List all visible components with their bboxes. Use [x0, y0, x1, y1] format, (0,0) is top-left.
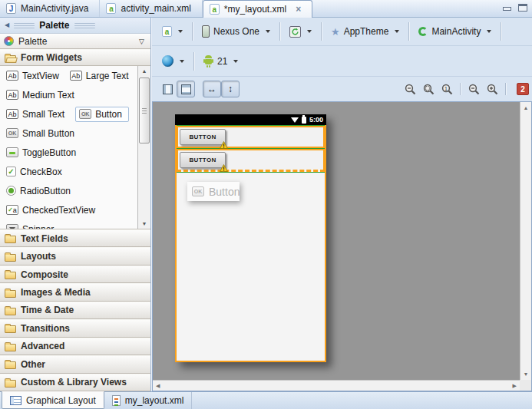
category-layouts[interactable]: Layouts: [0, 247, 150, 265]
layout-guide-line: [177, 172, 325, 173]
zoom-out-icon[interactable]: [467, 82, 481, 96]
palette-item-radiobutton[interactable]: RadioButton: [6, 186, 71, 196]
xml-document-icon: [112, 395, 121, 406]
palette-item-large-text[interactable]: Ab Large Text: [70, 71, 129, 81]
tab-mainactivity-java[interactable]: J MainActivity.java: [0, 0, 100, 17]
palette-collapsed-tab[interactable]: ◀ Palette: [0, 18, 150, 33]
tab-activity-main-xml[interactable]: a activity_main.xml: [100, 0, 202, 17]
show-rows-toggle[interactable]: [177, 81, 195, 97]
device-preview[interactable]: 5:00 BUTTON: [175, 114, 326, 362]
palette-view-title: Palette: [18, 36, 134, 47]
palette-item-checkbox[interactable]: ✓ CheckBox: [6, 167, 62, 177]
chevron-down-icon[interactable]: ▽: [139, 38, 144, 45]
config-chooser-button[interactable]: a: [158, 25, 187, 38]
toolbar-separator: [501, 22, 501, 41]
scrollbar-thumb[interactable]: [139, 78, 150, 143]
maximize-icon[interactable]: [518, 4, 527, 12]
palette-icon: [4, 36, 14, 46]
dropdown-caret-icon: [395, 30, 399, 33]
tab-my-layout-xml[interactable]: a *my_layout.xml ×: [203, 0, 312, 18]
close-icon[interactable]: ×: [296, 5, 301, 14]
canvas-vertical-scrollbar[interactable]: ▲ ▼: [520, 102, 531, 380]
category-label: Other: [21, 359, 45, 370]
theme-label: AppTheme: [344, 26, 389, 37]
palette-row: Ab TextView Ab Large Text: [0, 66, 137, 85]
canvas-area: 5:00 BUTTON: [152, 101, 532, 391]
expand-vertical-toggle[interactable]: ↕: [221, 81, 240, 97]
show-columns-toggle[interactable]: [158, 81, 177, 97]
globe-icon: [162, 55, 173, 67]
category-custom-library-views[interactable]: Custom & Library Views: [0, 374, 150, 391]
palette-view-header[interactable]: Palette ▽: [0, 33, 150, 49]
palette-item-checkedtextview[interactable]: ✓a CheckedTextView: [6, 205, 95, 216]
scroll-down-icon[interactable]: ▼: [138, 221, 150, 226]
folder-icon: [5, 272, 16, 279]
expand-horizontal-toggle[interactable]: ↔: [203, 81, 221, 97]
category-advanced[interactable]: Advanced: [0, 338, 150, 355]
api-level-selector-button[interactable]: 21: [200, 54, 242, 69]
tab-label: activity_main.xml: [121, 3, 190, 14]
layout-row-2[interactable]: BUTTON: [177, 149, 325, 170]
scroll-right-icon[interactable]: ▶: [513, 383, 517, 388]
v-expand-icon: ↕: [228, 84, 233, 94]
h-expand-icon: ↔: [207, 84, 216, 94]
zoom-100-icon[interactable]: 1: [440, 82, 454, 96]
checkbox-icon: ✓: [6, 167, 16, 176]
android-status-bar: 5:00: [175, 114, 326, 125]
android-icon-letter: a: [213, 5, 217, 14]
palette-row: Ab Medium Text: [0, 85, 137, 104]
activity-selector-button[interactable]: MainActivity: [415, 25, 495, 38]
button-icon: OK: [192, 186, 204, 196]
layout-row-1[interactable]: BUTTON: [177, 126, 325, 148]
canvas-horizontal-scrollbar[interactable]: ◀ ▶: [153, 380, 520, 391]
scroll-down-icon[interactable]: ▼: [520, 371, 531, 377]
grip-handle: [74, 23, 95, 28]
folder-icon: [5, 236, 16, 243]
palette-item-small-button[interactable]: OK Small Button: [6, 128, 74, 139]
scroll-up-icon[interactable]: ▲: [138, 68, 150, 74]
palette-item-label: Large Text: [86, 71, 129, 81]
theme-selector-button[interactable]: ★ AppTheme: [327, 25, 403, 38]
canvas-toolbar: ↔ ↕ 1: [152, 77, 532, 101]
radiobutton-icon: [6, 186, 16, 196]
palette-item-textview[interactable]: Ab TextView: [6, 71, 59, 81]
dropdown-caret-icon: [266, 30, 270, 33]
scroll-left-icon[interactable]: ◀: [156, 383, 160, 388]
palette-item-small-text[interactable]: Ab Small Text: [6, 109, 64, 120]
button-widget-2[interactable]: BUTTON: [180, 152, 226, 168]
category-images-media[interactable]: Images & Media: [0, 283, 150, 301]
zoom-in-icon[interactable]: [485, 82, 499, 96]
linearlayout-root[interactable]: BUTTON BUTTON: [175, 125, 326, 362]
palette-item-medium-text[interactable]: Ab Medium Text: [6, 90, 74, 101]
android-xml-file-icon: a: [162, 26, 172, 37]
zoom-fit-icon[interactable]: [421, 82, 435, 96]
device-selector-button[interactable]: Nexus One: [198, 24, 274, 39]
editor-page-tab-bar: Graphical Layout my_layout.xml: [0, 391, 532, 409]
design-canvas[interactable]: 5:00 BUTTON: [153, 102, 520, 380]
button-widget-1[interactable]: BUTTON: [180, 129, 226, 145]
issue-count-badge[interactable]: 2: [517, 83, 529, 95]
category-other[interactable]: Other: [0, 355, 150, 373]
category-form-widgets[interactable]: Form Widgets: [0, 49, 150, 66]
category-transitions[interactable]: Transitions: [0, 319, 150, 337]
palette-item-button[interactable]: OK Button: [75, 107, 129, 122]
palette-item-togglebutton[interactable]: ToggleButton: [6, 147, 76, 158]
android-xml-file-icon: a: [106, 3, 116, 14]
layout-editor-panel: a Nexus One ★: [151, 18, 532, 391]
locale-selector-button[interactable]: [158, 54, 188, 68]
category-composite[interactable]: Composite: [0, 266, 150, 283]
orientation-selector-button[interactable]: [286, 25, 316, 39]
collapse-left-icon[interactable]: ◀: [5, 22, 9, 28]
scroll-up-icon[interactable]: ▲: [520, 105, 531, 110]
tab-label: my_layout.xml: [125, 395, 184, 406]
category-time-date[interactable]: Time & Date: [0, 302, 150, 319]
tab-graphical-layout[interactable]: Graphical Layout: [2, 391, 104, 409]
device-phone-icon: [202, 25, 210, 38]
palette-scrollbar[interactable]: ▲ ▼: [137, 66, 150, 229]
activity-icon: [418, 27, 428, 36]
tab-my-layout-xml-source[interactable]: my_layout.xml: [104, 392, 193, 409]
minimize-icon[interactable]: [502, 4, 511, 12]
palette-item-spinner[interactable]: Spinner: [6, 224, 54, 230]
category-text-fields[interactable]: Text Fields: [0, 229, 150, 247]
zoom-minus-icon[interactable]: [403, 82, 417, 96]
